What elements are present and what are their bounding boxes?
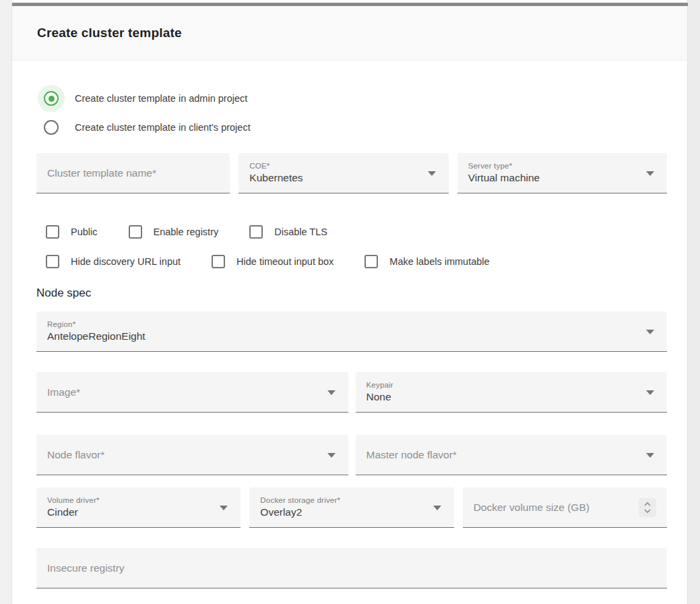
checkbox-icon [46,225,59,239]
dialog-header: Create cluster template [12,6,687,61]
radio-admin-project[interactable]: Create cluster template in admin project [36,85,667,112]
checkbox-disable-tls[interactable]: Disable TLS [249,225,327,239]
radio-selected-halo [38,85,65,112]
radio-client-project[interactable]: Create cluster template in client's proj… [36,114,667,141]
page-title: Create cluster template [37,26,182,40]
dropdown-arrow-icon [327,453,336,458]
checkbox-icon [212,255,225,268]
checkbox-icon [249,225,263,239]
keypair-value: None [367,391,641,403]
dialog-body: Create cluster template in admin project… [12,85,687,588]
region-select[interactable]: Region* AntelopeRegionEight [36,311,667,352]
cluster-template-name-field[interactable] [36,153,230,193]
row-flavors: Node flavor* Master node flavor* [36,435,667,475]
checkbox-disable-tls-label: Disable TLS [274,227,327,237]
radio-dot-icon [49,96,55,102]
image-placeholder: Image* [47,386,321,398]
radio-button-icon [44,91,59,106]
master-node-flavor-placeholder: Master node flavor* [367,449,641,461]
project-scope-radio-group: Create cluster template in admin project… [36,85,667,141]
radio-halo [38,114,65,141]
volume-driver-value: Cinder [47,506,214,518]
server-type-label: Server type* [468,162,640,170]
dropdown-arrow-icon [646,390,654,395]
stepper-chevrons-icon [643,501,651,514]
checkbox-row-1: Public Enable registry Disable TLS [36,224,667,239]
coe-value: Kubernetes [249,172,421,184]
row-docker-storage: Volume driver* Cinder Docker storage dri… [36,487,667,528]
coe-select[interactable]: COE* Kubernetes [238,153,448,193]
region-label: Region* [47,320,640,328]
region-value: AntelopeRegionEight [47,330,640,342]
server-type-value: Virtual machine [468,172,640,184]
checkbox-hide-discovery-url-label: Hide discovery URL input [71,256,181,267]
node-spec-heading: Node spec [36,286,667,300]
node-flavor-select[interactable]: Node flavor* [36,435,348,475]
checkbox-hide-timeout-label: Hide timeout input box [236,256,333,267]
insecure-registry-input[interactable] [47,562,656,574]
docker-volume-size-input[interactable] [474,502,640,514]
docker-storage-driver-label: Docker storage driver* [260,496,426,504]
master-node-flavor-select[interactable]: Master node flavor* [356,435,668,475]
row-name-coe-servertype: COE* Kubernetes Server type* Virtual mac… [36,153,667,193]
volume-driver-label: Volume driver* [47,496,214,504]
page-gutter [0,0,12,604]
radio-button-icon [44,120,59,135]
dropdown-arrow-icon [646,330,654,334]
radio-client-project-label: Create cluster template in client's proj… [75,122,251,133]
checkbox-row-2: Hide discovery URL input Hide timeout in… [36,254,667,269]
checkbox-labels-immutable[interactable]: Make labels immutable [364,255,489,268]
checkbox-enable-registry-label: Enable registry [154,227,219,237]
image-select[interactable]: Image* [36,372,348,413]
insecure-registry-field[interactable] [36,548,667,588]
node-flavor-placeholder: Node flavor* [47,449,321,461]
checkbox-hide-discovery-url[interactable]: Hide discovery URL input [46,255,181,268]
server-type-select[interactable]: Server type* Virtual machine [457,153,667,193]
checkbox-icon [364,255,378,268]
checkbox-icon [46,255,59,268]
scrollbar-track[interactable] [687,0,700,604]
cluster-template-name-input[interactable] [47,167,219,179]
dropdown-arrow-icon [646,453,654,458]
checkbox-public-label: Public [71,227,98,237]
create-cluster-template-dialog: Create cluster template Create cluster t… [12,6,687,604]
keypair-label: Keypair [367,381,641,389]
radio-admin-project-label: Create cluster template in admin project [75,93,247,104]
docker-storage-driver-select[interactable]: Docker storage driver* Overlay2 [249,487,453,528]
dropdown-arrow-icon [646,171,654,176]
number-stepper[interactable] [639,498,656,517]
dropdown-arrow-icon [428,171,436,176]
checkbox-public[interactable]: Public [46,225,98,239]
row-image-keypair: Image* Keypair None [36,372,667,413]
coe-label: COE* [249,162,421,170]
checkbox-icon [129,225,142,239]
docker-volume-size-field[interactable] [463,487,667,528]
checkbox-enable-registry[interactable]: Enable registry [129,225,219,239]
dropdown-arrow-icon [433,506,441,510]
checkbox-labels-immutable-label: Make labels immutable [389,256,489,267]
keypair-select[interactable]: Keypair None [356,372,668,413]
dropdown-arrow-icon [220,506,228,510]
volume-driver-select[interactable]: Volume driver* Cinder [36,487,241,528]
dropdown-arrow-icon [327,390,336,395]
checkbox-hide-timeout[interactable]: Hide timeout input box [212,255,333,268]
docker-storage-driver-value: Overlay2 [260,506,426,518]
